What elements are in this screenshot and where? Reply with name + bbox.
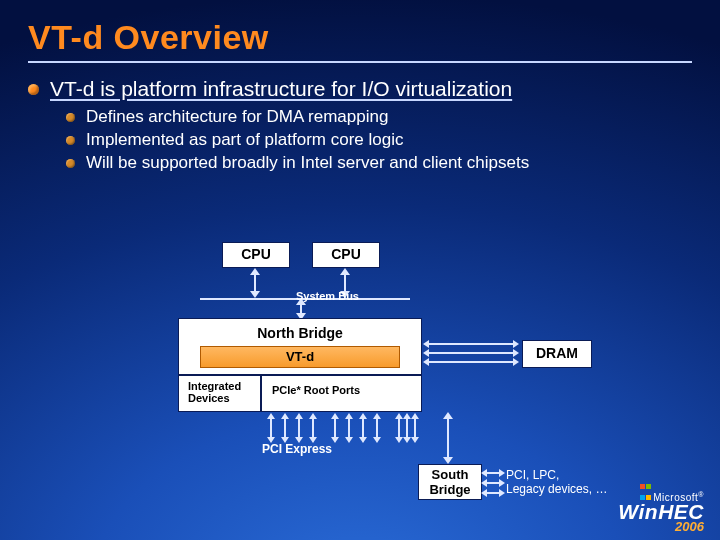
bus-arrow-icon — [447, 418, 449, 458]
slide-title: VT-d Overview — [28, 18, 692, 63]
bus-arrow-icon — [254, 274, 256, 292]
dram-box: DRAM — [522, 340, 592, 368]
pci-express-label: PCI Express — [262, 442, 332, 456]
dmi-lanes-icon — [398, 418, 416, 438]
sub-bullet: Will be supported broadly in Intel serve… — [66, 153, 692, 173]
pcie-lanes-icon — [270, 418, 314, 438]
brand-logo: Microsoft® WinHEC 2006 — [618, 480, 704, 534]
cpu-box: CPU — [222, 242, 290, 268]
north-bridge-label: North Bridge — [257, 325, 343, 341]
pcie-root-ports-label: PCIe* Root Ports — [272, 384, 360, 396]
windows-flag-icon — [637, 480, 651, 502]
bus-arrow-icon — [300, 304, 302, 314]
bullet-list-level-1: VT-d is platform infrastructure for I/O … — [28, 77, 692, 101]
bullet-list-level-2: Defines architecture for DMA remapping I… — [28, 107, 692, 173]
sub-bullet: Defines architecture for DMA remapping — [66, 107, 692, 127]
legacy-bus-icon — [486, 472, 500, 494]
vtd-box: VT-d — [200, 346, 400, 368]
slide: VT-d Overview VT-d is platform infrastru… — [0, 0, 720, 540]
system-bus-label: System Bus — [296, 290, 359, 302]
sub-bullet: Implemented as part of platform core log… — [66, 130, 692, 150]
architecture-diagram: CPU CPU System Bus North Bridge VT-d Int… — [0, 228, 720, 540]
pcie-lanes-icon — [334, 418, 378, 438]
cpu-box: CPU — [312, 242, 380, 268]
integrated-devices-label: Integrated Devices — [188, 380, 258, 404]
south-bridge-box: South Bridge — [418, 464, 482, 500]
divider-line — [260, 374, 262, 412]
divider-line — [178, 374, 422, 376]
memory-bus-icon — [428, 343, 514, 363]
bullet-main: VT-d is platform infrastructure for I/O … — [28, 77, 692, 101]
